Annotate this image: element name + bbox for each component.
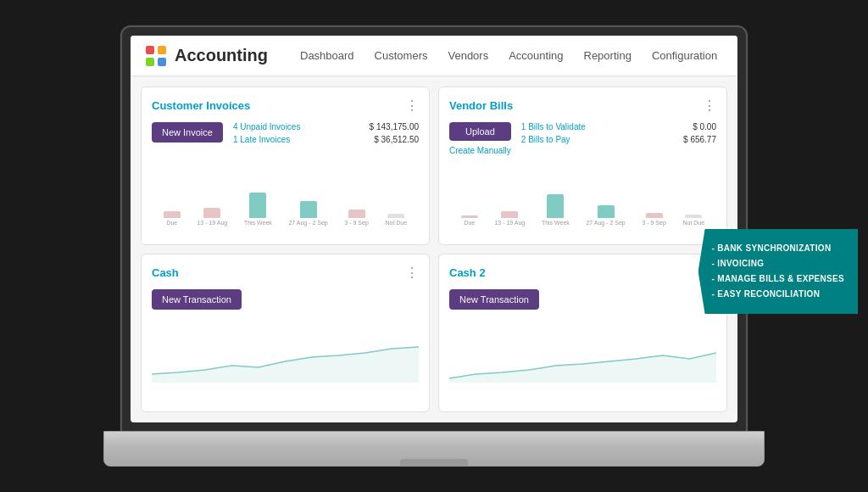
bar-aug13-bar xyxy=(203,208,220,218)
callout-line-4: - EASY RECONCILIATION xyxy=(712,287,844,302)
vendor-bills-stats: 1 Bills to Validate $ 0.00 2 Bills to Pa… xyxy=(521,122,716,144)
vbar-aug27-label: 27 Aug - 2 Sep xyxy=(586,220,625,226)
vbar-aug13-label: 13 - 19 Aug xyxy=(494,220,525,226)
vbar-aug13: 13 - 19 Aug xyxy=(494,211,525,226)
vbar-aug27: 27 Aug - 2 Sep xyxy=(586,205,625,226)
vbar-thisweek-bar xyxy=(547,194,564,218)
cash-new-transaction-button[interactable]: New Transaction xyxy=(152,289,242,310)
callout-line-1: - BANK SYNCHRONIZATION xyxy=(712,241,844,256)
cash-card: Cash ⋮ New Transaction xyxy=(141,254,430,412)
vbar-aug27-bar xyxy=(598,205,615,218)
app-title: Accounting xyxy=(175,46,268,65)
bar-due-label: Due xyxy=(166,220,177,226)
vendor-bills-header: Vendor Bills ⋮ xyxy=(449,98,716,114)
vbar-aug13-bar xyxy=(501,211,518,218)
cash2-chart-svg xyxy=(449,323,716,383)
vendor-bills-card: Vendor Bills ⋮ Upload Create Manually xyxy=(438,87,727,245)
vendor-bills-body: Upload Create Manually 1 Bills to Valida… xyxy=(449,122,716,183)
nav-item-customers[interactable]: Customers xyxy=(366,46,437,65)
svg-rect-1 xyxy=(158,46,166,54)
bar-aug13-label: 13 - 19 Aug xyxy=(197,220,227,226)
bills-pay-value: $ 656.77 xyxy=(683,135,716,144)
customer-invoices-chart: Due 13 - 19 Aug This Week xyxy=(152,183,419,234)
vbar-notdue-bar xyxy=(685,215,702,218)
stat-row-1: 4 Unpaid Invoices $ 143,175.00 xyxy=(233,122,419,131)
bar-sep3-label: 3 - 9 Sep xyxy=(344,220,368,226)
nav-item-dashboard[interactable]: Dashboard xyxy=(292,46,363,65)
customer-invoices-title: Customer Invoices xyxy=(152,99,250,112)
late-invoices-link[interactable]: 1 Late Invoices xyxy=(233,135,290,144)
vbar-sep3-label: 3 - 9 Sep xyxy=(642,220,665,226)
bar-aug27-bar xyxy=(300,201,317,218)
bar-aug13: 13 - 19 Aug xyxy=(197,208,227,226)
cash-title: Cash xyxy=(152,266,179,279)
bar-notdue-bar xyxy=(387,214,404,218)
nav-item-reporting[interactable]: Reporting xyxy=(576,46,640,65)
logo-area: Accounting xyxy=(144,44,268,68)
bar-notdue: Not Due xyxy=(385,214,407,226)
navbar: Accounting Dashboard Customers Vendors A… xyxy=(131,36,737,76)
vbar-due-bar xyxy=(461,215,478,218)
cash2-header: Cash 2 ⋮ xyxy=(449,265,716,281)
nav-menu: Dashboard Customers Vendors Accounting R… xyxy=(292,46,726,65)
bar-sep3-bar xyxy=(348,210,365,218)
customer-invoices-menu[interactable]: ⋮ xyxy=(405,98,419,114)
callout-box: - BANK SYNCHRONIZATION - INVOICING - MAN… xyxy=(698,229,858,314)
bar-chart-vendor: Due 13 - 19 Aug This Week xyxy=(449,183,716,226)
bar-thisweek: This Week xyxy=(244,193,272,226)
vendor-bills-menu[interactable]: ⋮ xyxy=(703,98,716,114)
vendor-actions: Upload Create Manually xyxy=(449,122,511,155)
customer-invoices-header: Customer Invoices ⋮ xyxy=(152,98,419,114)
vbar-due: Due xyxy=(461,215,478,226)
create-manually-link[interactable]: Create Manually xyxy=(449,146,511,155)
vbar-sep3-bar xyxy=(646,213,663,218)
cash-chart-svg xyxy=(152,323,419,383)
customer-invoices-card: Customer Invoices ⋮ New Invoice 4 Unpaid… xyxy=(141,87,430,245)
vbar-notdue-label: Not Due xyxy=(682,220,704,226)
bar-chart-invoices: Due 13 - 19 Aug This Week xyxy=(152,183,419,226)
nav-item-accounting[interactable]: Accounting xyxy=(500,46,571,65)
vbar-notdue: Not Due xyxy=(682,215,704,226)
late-invoices-value: $ 36,512.50 xyxy=(374,135,419,144)
bills-pay-link[interactable]: 2 Bills to Pay xyxy=(521,135,570,144)
new-invoice-button[interactable]: New Invoice xyxy=(152,122,223,143)
vendor-bills-chart: Due 13 - 19 Aug This Week xyxy=(449,183,716,234)
bar-aug27: 27 Aug - 2 Sep xyxy=(288,201,327,226)
unpaid-invoices-value: $ 143,175.00 xyxy=(370,122,419,131)
vbar-sep3: 3 - 9 Sep xyxy=(642,213,665,226)
svg-rect-0 xyxy=(146,46,154,54)
customer-invoices-stats: 4 Unpaid Invoices $ 143,175.00 1 Late In… xyxy=(233,122,419,144)
nav-item-configuration[interactable]: Configuration xyxy=(643,46,726,65)
vendor-stat-row-2: 2 Bills to Pay $ 656.77 xyxy=(521,135,716,144)
svg-marker-4 xyxy=(152,347,419,383)
svg-marker-5 xyxy=(449,353,716,383)
svg-rect-2 xyxy=(146,58,154,66)
stat-row-2: 1 Late Invoices $ 36,512.50 xyxy=(233,135,419,144)
logo-icon xyxy=(144,44,168,68)
app-ui: Accounting Dashboard Customers Vendors A… xyxy=(131,36,737,422)
cash-line-chart xyxy=(152,323,419,383)
bar-notdue-label: Not Due xyxy=(385,220,407,226)
customer-invoices-body: New Invoice 4 Unpaid Invoices $ 143,175.… xyxy=(152,122,419,183)
unpaid-invoices-link[interactable]: 4 Unpaid Invoices xyxy=(233,122,301,131)
vbar-thisweek-label: This Week xyxy=(542,220,570,226)
laptop: Accounting Dashboard Customers Vendors A… xyxy=(103,25,765,467)
vendor-bills-title: Vendor Bills xyxy=(449,99,513,112)
cash-menu[interactable]: ⋮ xyxy=(405,265,419,281)
bar-thisweek-label: This Week xyxy=(244,220,272,226)
cash2-new-transaction-button[interactable]: New Transaction xyxy=(449,289,539,310)
vbar-thisweek: This Week xyxy=(542,194,570,226)
laptop-bezel: Accounting Dashboard Customers Vendors A… xyxy=(120,25,748,433)
callout-line-2: - INVOICING xyxy=(712,256,844,271)
bar-due: Due xyxy=(164,211,181,226)
svg-rect-3 xyxy=(158,58,166,66)
bar-thisweek-bar xyxy=(249,193,266,218)
upload-button[interactable]: Upload xyxy=(449,122,511,141)
laptop-screen: Accounting Dashboard Customers Vendors A… xyxy=(131,36,737,422)
nav-item-vendors[interactable]: Vendors xyxy=(439,46,497,65)
bar-sep3: 3 - 9 Sep xyxy=(344,210,368,226)
cash2-line-chart xyxy=(449,323,716,383)
laptop-notch xyxy=(400,459,468,466)
vendor-stat-row-1: 1 Bills to Validate $ 0.00 xyxy=(521,122,716,131)
bills-validate-link[interactable]: 1 Bills to Validate xyxy=(521,122,586,131)
